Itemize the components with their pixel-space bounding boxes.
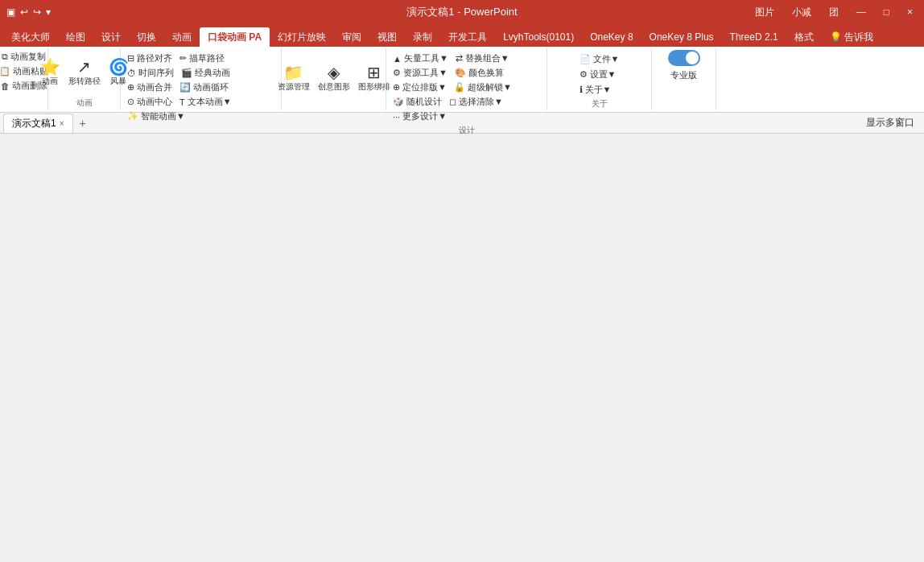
tab-close-icon[interactable]: ×: [60, 119, 64, 128]
close-button[interactable]: ×: [902, 5, 918, 19]
about-label: 关于: [592, 97, 608, 110]
pro-toggle[interactable]: [668, 50, 700, 66]
tab-view[interactable]: 视图: [369, 27, 405, 47]
tab-add-button[interactable]: +: [73, 114, 93, 132]
tab-format[interactable]: 格式: [786, 27, 822, 47]
pro-label: 专业版: [670, 69, 697, 81]
ribbon-group-about: 📄 文件▼ ⚙ 设置▼ ℹ 关于▼ 关于: [547, 48, 652, 110]
anim-icon: ⭐: [40, 59, 60, 75]
picture-label: 图片: [750, 4, 779, 21]
ribbon-content: ⧉ 动画复制 📋 动画粘贴 🗑 动画删除 ⭐ 动画 ↗ 形转路径: [0, 47, 924, 113]
info-icon: ℹ: [580, 85, 583, 95]
about-btn[interactable]: ℹ 关于▼: [576, 83, 615, 97]
color-convert-btn[interactable]: 🎨 颜色换算: [452, 66, 507, 80]
title-bar-right: 图片 小减 团 — □ ×: [750, 4, 918, 21]
more-design-btn[interactable]: ··· 更多设计▼: [390, 110, 450, 123]
smart-icon: ✨: [127, 111, 138, 122]
file-btn[interactable]: 📄 文件▼: [576, 52, 623, 66]
select-clear-btn[interactable]: ◻ 选择清除▼: [446, 95, 506, 109]
title-bar: ▣ ↩ ↪ ▾ 演示文稿1 - PowerPoint 图片 小减 团 — □ ×: [0, 0, 924, 24]
smart-anim-btn[interactable]: ✨ 智能动画▼: [124, 110, 188, 123]
settings-btn[interactable]: ⚙ 设置▼: [576, 68, 620, 81]
unlock-btn[interactable]: 🔓 超级解锁▼: [451, 81, 515, 94]
vector-tool-btn[interactable]: ▲ 矢量工具▼: [390, 52, 452, 65]
timeline-btn[interactable]: ⏱ 时间序列: [124, 66, 177, 80]
paste-icon: 📋: [0, 66, 10, 76]
file-icon: 📄: [580, 54, 591, 64]
ribbon-group-anim-sub: ⊟ 路径对齐 ✏ 描草路径 ⏱ 时间序列 🎬 经典动画 ⊕ 动画合并 🔄 动画循: [121, 48, 282, 110]
resource-tool-btn[interactable]: ⚙ 资源工具▼: [390, 66, 451, 80]
path-btn[interactable]: ↗ 形转路径: [65, 57, 104, 89]
random-design-btn[interactable]: 🎲 随机设计: [390, 95, 445, 109]
tab-label: 演示文稿1: [12, 117, 56, 130]
loop-icon: 🔄: [179, 82, 191, 93]
shape-icon: ◈: [328, 64, 340, 81]
resource-icon: ⚙: [393, 68, 401, 78]
ribbon-group-tools: ▲ 矢量工具▼ ⇄ 替换组合▼ ⚙ 资源工具▼ 🎨 颜色换算 ⊕ 定位排版▼ 🔓: [386, 48, 547, 110]
ribbon-group-resources: 📁 资源管理 ◈ 创意图形 ⊞ 图形绑排: [282, 48, 386, 110]
tab-onekey8[interactable]: OneKey 8: [582, 27, 641, 47]
anim-btn[interactable]: ⭐ 动画: [37, 57, 64, 89]
classic-anim-btn[interactable]: 🎬 经典动画: [178, 66, 233, 80]
arrange-icon: ⊞: [367, 64, 381, 81]
app-icon: ▣: [6, 6, 15, 18]
folder-icon: 📁: [283, 64, 303, 81]
lightbulb-icon: 💡: [830, 31, 842, 43]
copy-icon: ⧉: [2, 52, 8, 62]
classic-icon: 🎬: [181, 68, 192, 78]
tab-draw[interactable]: 绘图: [58, 27, 93, 47]
delete-icon: 🗑: [1, 81, 10, 91]
tab-devtools[interactable]: 开发工具: [440, 27, 495, 47]
team-icon[interactable]: 团: [824, 4, 844, 21]
resource-mgr-btn[interactable]: 📁 资源管理: [274, 63, 313, 94]
tab-slideshow[interactable]: 幻灯片放映: [270, 27, 334, 47]
draw-path-btn[interactable]: ✏ 描草路径: [176, 52, 228, 65]
title-bar-left: ▣ ↩ ↪ ▾: [6, 6, 51, 18]
maximize-button[interactable]: □: [879, 5, 894, 19]
path-align-icon: ⊟: [127, 53, 134, 64]
tab-beautify[interactable]: 美化大师: [3, 27, 58, 47]
tools-label: 设计: [459, 123, 475, 136]
tab-lvyh[interactable]: LvyhTools(0101): [495, 27, 582, 47]
ribbon-tabs: 美化大师 绘图 设计 切换 动画 口袋动画 PA 幻灯片放映 审阅 视图 录制 …: [0, 24, 924, 47]
anim-merge-btn[interactable]: ⊕ 动画合并: [124, 81, 175, 94]
tab-onekey8plus[interactable]: OneKey 8 Plus: [641, 27, 722, 47]
doc-tab-main[interactable]: 演示文稿1 ×: [3, 114, 73, 133]
more-icon: ···: [393, 112, 400, 122]
minimize-button[interactable]: —: [852, 5, 871, 19]
anim-center-btn[interactable]: ⊙ 动画中心: [124, 95, 175, 109]
tab-anim[interactable]: 动画: [164, 27, 200, 47]
show-multi-window[interactable]: 显示多窗口: [860, 114, 921, 131]
settings-icon: ⚙: [580, 69, 588, 80]
random-icon: 🎲: [393, 97, 404, 107]
tab-record[interactable]: 录制: [405, 27, 440, 47]
window-title: 演示文稿1 - PowerPoint: [406, 5, 517, 19]
ribbon-group-anim-main: ⭐ 动画 ↗ 形转路径 🌀 风暴 动画: [48, 48, 121, 110]
replace-combo-btn[interactable]: ⇄ 替换组合▼: [452, 52, 513, 65]
position-btn[interactable]: ⊕ 定位排版▼: [390, 81, 450, 94]
tab-threed[interactable]: ThreeD 2.1: [722, 27, 786, 47]
quick-dropdown[interactable]: ▾: [46, 6, 51, 18]
center-icon: ⊙: [127, 97, 134, 107]
timeline-icon: ⏱: [127, 68, 136, 78]
text-anim-btn[interactable]: T 文本动画▼: [176, 95, 235, 109]
color-icon: 🎨: [455, 68, 466, 78]
unlock-icon: 🔓: [454, 82, 465, 93]
text-anim-icon: T: [179, 97, 185, 107]
draw-path-icon: ✏: [179, 53, 187, 64]
anim-loop-btn[interactable]: 🔄 动画循环: [176, 81, 232, 94]
tab-trim[interactable]: 切换: [129, 27, 164, 47]
quick-undo[interactable]: ↩: [20, 6, 28, 18]
tab-feedback[interactable]: 💡 告诉我: [822, 27, 881, 47]
vector-icon: ▲: [393, 54, 402, 64]
user-label: 小减: [787, 4, 816, 21]
select-icon: ◻: [449, 97, 456, 107]
tab-review[interactable]: 审阅: [334, 27, 369, 47]
tab-design[interactable]: 设计: [93, 27, 129, 47]
path-icon: ↗: [77, 59, 91, 75]
replace-icon: ⇄: [456, 53, 463, 64]
creative-shape-btn[interactable]: ◈ 创意图形: [315, 63, 353, 94]
quick-redo[interactable]: ↪: [33, 6, 41, 18]
path-align-btn[interactable]: ⊟ 路径对齐: [124, 52, 175, 65]
tab-pocket[interactable]: 口袋动画 PA: [200, 27, 270, 47]
